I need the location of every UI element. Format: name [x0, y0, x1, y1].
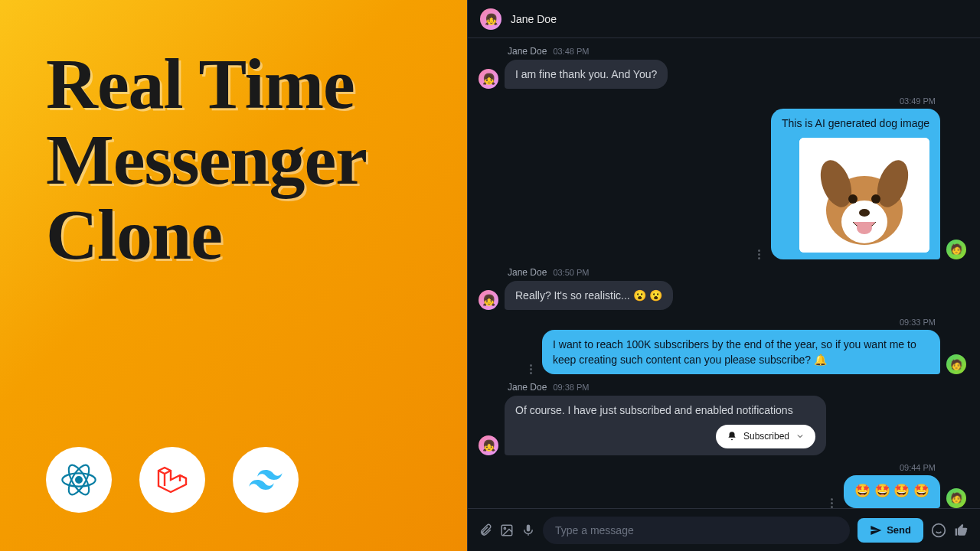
send-icon	[870, 524, 882, 536]
message-time: 09:44 PM	[900, 463, 936, 472]
avatar[interactable]: 🧑	[946, 354, 966, 374]
message-meta: Jane Doe 03:50 PM	[508, 267, 966, 278]
message-bubble: I am fine thank you. And You?	[505, 60, 668, 89]
svg-point-0	[76, 477, 82, 483]
message-row: 👧 Really? It's so realistic... 😮 😮	[479, 281, 966, 310]
message-text: Of course. I have just subscribed and en…	[515, 403, 815, 418]
attached-image[interactable]	[799, 138, 929, 253]
laravel-icon	[139, 447, 205, 513]
message-time: 03:49 PM	[900, 96, 936, 106]
send-button[interactable]: Send	[858, 518, 923, 543]
message-bubble: This is AI generated dog image	[771, 109, 940, 259]
message-time: 09:33 PM	[900, 318, 936, 327]
message: 09:33 PM I want to reach 100K subscriber…	[479, 318, 966, 375]
avatar[interactable]: 👧	[480, 8, 501, 30]
avatar[interactable]: 👧	[479, 290, 498, 310]
message-meta: 09:44 PM	[479, 463, 936, 472]
image-icon[interactable]	[500, 523, 514, 537]
hero-panel: Real Time Messenger Clone	[0, 0, 467, 551]
svg-point-11	[859, 209, 870, 217]
message: 03:49 PM This is AI generated dog image	[479, 96, 966, 259]
composer: Send	[468, 508, 980, 551]
emoji-icon[interactable]	[931, 523, 946, 538]
message-meta: 03:49 PM	[479, 96, 936, 106]
message-text: This is AI generated dog image	[782, 116, 929, 131]
svg-point-15	[933, 523, 946, 536]
message-bubble: I want to reach 100K subscribers by the …	[542, 330, 940, 375]
microphone-icon[interactable]	[521, 523, 535, 537]
message-bubble: Really? It's so realistic... 😮 😮	[505, 281, 673, 310]
message: Jane Doe 09:38 PM 👧 Of course. I have ju…	[479, 382, 966, 455]
react-icon	[46, 447, 112, 513]
message-author: Jane Doe	[508, 267, 547, 278]
chevron-down-icon	[795, 432, 805, 441]
hero-title: Real Time Messenger Clone	[46, 46, 436, 272]
message: Jane Doe 03:48 PM 👧 I am fine thank you.…	[479, 46, 966, 89]
message-meta: Jane Doe 03:48 PM	[508, 46, 966, 57]
more-options-icon[interactable]	[754, 249, 765, 259]
tech-logos	[46, 447, 299, 513]
chat-header: 👧 Jane Doe	[468, 0, 980, 38]
avatar[interactable]: 🧑	[946, 488, 966, 508]
message-meta: Jane Doe 09:38 PM	[508, 382, 966, 393]
messages-list[interactable]: Jane Doe 03:48 PM 👧 I am fine thank you.…	[468, 38, 980, 508]
message-row: 👧 I am fine thank you. And You?	[479, 60, 966, 89]
message-time: 03:50 PM	[553, 268, 589, 277]
chat-app: 👧 Jane Doe Jane Doe 03:48 PM 👧 I am fine…	[467, 0, 980, 551]
message-bubble: 🤩 🤩 🤩 🤩	[844, 475, 940, 508]
message-row: 👧 Of course. I have just subscribed and …	[479, 396, 966, 455]
message-row: 🤩 🤩 🤩 🤩 🧑	[479, 475, 966, 508]
svg-point-9	[848, 194, 858, 204]
svg-point-14	[504, 527, 505, 529]
message: Jane Doe 03:50 PM 👧 Really? It's so real…	[479, 267, 966, 310]
avatar[interactable]: 🧑	[946, 240, 966, 259]
message: 09:44 PM 🤩 🤩 🤩 🤩 🧑	[479, 463, 966, 508]
avatar[interactable]: 👧	[479, 69, 498, 89]
message-row: This is AI generated dog image	[479, 109, 966, 259]
avatar[interactable]: 👧	[479, 435, 498, 455]
message-input[interactable]	[543, 517, 850, 544]
svg-point-10	[871, 194, 880, 204]
message-author: Jane Doe	[508, 382, 547, 393]
more-options-icon[interactable]	[827, 498, 838, 508]
chat-header-name: Jane Doe	[511, 13, 557, 25]
send-label: Send	[887, 524, 911, 536]
message-time: 09:38 PM	[553, 383, 589, 392]
subscribed-label: Subscribed	[743, 430, 789, 443]
message-row: I want to reach 100K subscribers by the …	[479, 330, 966, 375]
message-author: Jane Doe	[508, 46, 547, 57]
svg-point-12	[857, 222, 872, 234]
attachment-icon[interactable]	[479, 523, 492, 537]
more-options-icon[interactable]	[525, 364, 536, 374]
subscribed-button[interactable]: Subscribed	[716, 425, 815, 448]
message-time: 03:48 PM	[553, 47, 589, 56]
tailwind-icon	[233, 447, 299, 513]
message-bubble: Of course. I have just subscribed and en…	[505, 396, 826, 455]
bell-icon	[727, 431, 737, 442]
message-meta: 09:33 PM	[479, 318, 936, 327]
thumbs-up-icon[interactable]	[954, 523, 969, 538]
